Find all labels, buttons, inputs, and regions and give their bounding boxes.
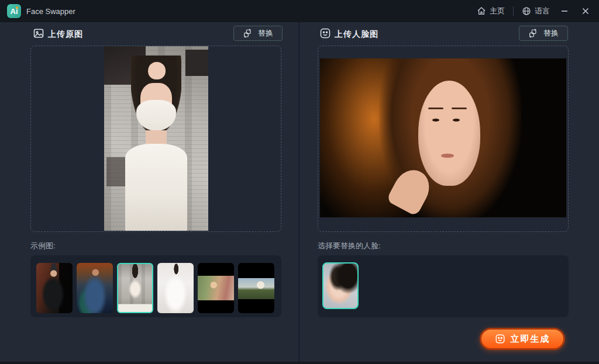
left-panel-title: 上传原图 — [48, 29, 83, 40]
globe-icon — [522, 6, 531, 16]
app-window: Ai Face Swapper 主页 语言 上传原图 替换 — [0, 0, 599, 364]
figure-waist — [146, 130, 167, 145]
right-replace-label: 替换 — [543, 28, 559, 39]
example-thumb-blonde-woman-outdoors[interactable] — [198, 263, 234, 313]
generate-button[interactable]: 立即生成 — [480, 328, 565, 350]
image-icon — [33, 27, 44, 39]
titlebar: Ai Face Swapper 主页 语言 — [0, 0, 599, 22]
panel-divider — [298, 22, 300, 364]
example-thumb-bride-in-white-dress[interactable] — [157, 263, 194, 313]
example-thumb-woman-in-white-dress-in-field[interactable] — [238, 263, 274, 313]
portrait-lips — [441, 154, 454, 158]
close-button[interactable] — [579, 5, 592, 18]
logo-dot — [16, 6, 18, 9]
swap-icon — [243, 29, 252, 38]
portrait-face — [418, 81, 480, 186]
example-thumb-man-in-blue-armor[interactable] — [77, 263, 113, 313]
generate-label: 立即生成 — [511, 334, 550, 345]
face-thumb-asian-woman-face-selected[interactable] — [322, 262, 359, 309]
right-replace-button[interactable]: 替换 — [519, 26, 568, 41]
left-replace-label: 替换 — [258, 28, 273, 39]
original-image[interactable] — [104, 46, 208, 231]
swap-icon — [528, 29, 538, 38]
minimize-button[interactable] — [558, 5, 571, 18]
example-thumb-woman-white-top-newspaper-wall-selected[interactable] — [117, 263, 153, 313]
figure-face — [148, 62, 166, 79]
app-title: Face Swapper — [26, 7, 75, 16]
portrait-brow — [452, 108, 467, 109]
home-icon — [477, 6, 486, 16]
left-replace-button[interactable]: 替换 — [233, 26, 283, 41]
example-thumb-man-in-dark-suit-and-cap[interactable] — [36, 263, 73, 313]
portrait-brow — [428, 108, 443, 109]
examples-label: 示例图: — [30, 241, 56, 251]
close-icon — [581, 7, 590, 15]
app-logo-icon: Ai — [7, 4, 21, 18]
right-panel-title: 上传人脸图 — [335, 29, 378, 40]
window-bottom-edge — [0, 362, 599, 364]
language-button[interactable]: 语言 — [522, 6, 550, 16]
language-label: 语言 — [535, 6, 550, 16]
home-button[interactable]: 主页 — [477, 6, 505, 16]
face-icon — [495, 334, 505, 344]
face-icon — [319, 27, 331, 39]
minimize-icon — [560, 7, 569, 15]
select-face-label: 选择要替换的人脸: — [318, 241, 381, 251]
titlebar-separator — [513, 6, 514, 16]
home-label: 主页 — [490, 6, 505, 16]
newspaper-photo-patch — [185, 50, 208, 75]
face-image[interactable] — [320, 58, 566, 217]
figure-white-skirt — [125, 144, 188, 231]
